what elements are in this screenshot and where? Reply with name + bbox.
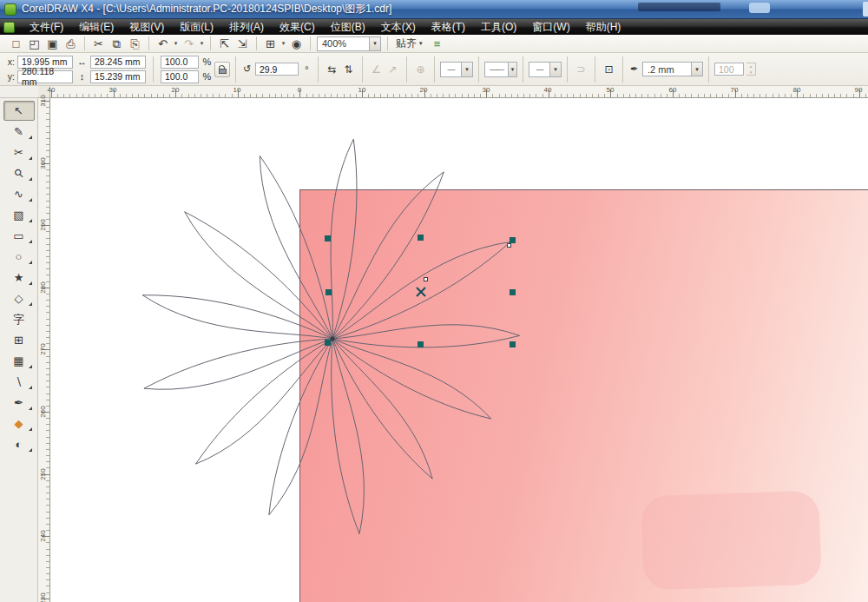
mirror-horizontal-button[interactable]: ⇆ <box>324 62 340 77</box>
snap-to-button[interactable]: 贴齐 ▾ <box>392 36 426 51</box>
zoom-level-combo[interactable]: 400% ▾ <box>317 36 381 51</box>
chevron-down-icon[interactable]: ▾ <box>369 37 380 50</box>
launcher-dropdown[interactable]: ▾ <box>279 36 287 51</box>
chevron-down-icon[interactable]: ▾ <box>691 63 702 76</box>
import-button[interactable]: ⇱ <box>215 36 233 51</box>
object-height-value: 15.239 mm <box>95 71 141 82</box>
outline-style-selector[interactable]: —— ▾ <box>484 62 517 77</box>
scale-y-field[interactable]: 100.0 <box>161 70 199 83</box>
start-arrowhead-selector[interactable]: — ▾ <box>440 62 473 77</box>
combine-button[interactable]: ⊕ <box>412 62 429 77</box>
flower-object[interactable] <box>50 98 868 602</box>
object-width-icon: ↔ <box>76 56 88 67</box>
tool-shape[interactable]: ✎ <box>3 122 35 142</box>
tool-rectangle[interactable]: ▭ <box>3 226 35 246</box>
propbar-separator <box>478 56 479 83</box>
outline-width-combo[interactable]: .2 mm ▾ <box>642 62 703 76</box>
menu-table[interactable]: 表格(T) <box>424 19 473 36</box>
tool-polygon[interactable]: ★ <box>3 268 35 288</box>
opacity-spinner-field[interactable]: 100 <box>714 63 744 76</box>
menu-edit[interactable]: 编辑(E) <box>71 19 122 36</box>
save-button[interactable]: ▣ <box>43 36 62 51</box>
menu-help[interactable]: 帮助(H) <box>578 19 629 36</box>
new-document-button[interactable]: □ <box>7 36 25 51</box>
vertical-ruler[interactable]: 310 300 290 280 270 260 250 240 230 <box>38 98 50 602</box>
convert-line-button[interactable]: ↗ <box>385 62 401 77</box>
outline-style-value: —— <box>485 65 508 74</box>
tool-ellipse[interactable]: ○ <box>3 247 35 267</box>
horizontal-ruler[interactable]: 40 30 20 10 0 10 20 30 40 50 60 70 80 90 <box>50 86 868 98</box>
tool-pick[interactable]: ↖ <box>3 101 35 121</box>
undo-dropdown[interactable]: ▾ <box>172 36 180 51</box>
lock-ratio-button[interactable] <box>214 62 230 77</box>
close-curve-button[interactable]: ⊃ <box>573 62 589 77</box>
tool-basic-shapes[interactable]: ◇ <box>3 288 35 308</box>
menu-file[interactable]: 文件(F) <box>22 19 71 36</box>
curve-node[interactable] <box>424 277 428 281</box>
tool-eyedropper[interactable]: ∖ <box>3 372 35 392</box>
menu-view[interactable]: 视图(V) <box>122 19 172 36</box>
chevron-down-icon[interactable]: ▾ <box>461 63 472 76</box>
hruler-label: 40 <box>539 86 556 94</box>
tool-smart-fill[interactable]: ▧ <box>3 205 35 225</box>
tool-freehand[interactable]: ∿ <box>3 184 35 204</box>
copy-button[interactable]: ⧉ <box>108 36 126 51</box>
selection-handle-middle-left[interactable] <box>326 289 332 295</box>
drawing-canvas[interactable] <box>50 98 868 602</box>
selection-handle-bottom-middle[interactable] <box>418 341 424 347</box>
redo-dropdown[interactable]: ▾ <box>198 36 206 51</box>
redo-icon: ↷ <box>184 38 194 50</box>
chevron-down-icon[interactable]: ▾ <box>419 40 423 47</box>
y-position-field[interactable]: 280.118 mm <box>17 70 73 83</box>
undo-icon: ↶ <box>158 38 168 50</box>
menu-window[interactable]: 窗口(W) <box>524 19 577 36</box>
welcome-screen-button[interactable]: ◉ <box>287 36 306 51</box>
object-width-field[interactable]: 28.245 mm <box>90 56 146 69</box>
open-button[interactable]: ◰ <box>25 36 43 51</box>
window-edge-sliver <box>863 2 868 17</box>
selection-center-x[interactable] <box>417 288 425 296</box>
curve-node[interactable] <box>507 243 511 248</box>
tool-fill[interactable]: ◆ <box>3 413 35 433</box>
spinner-buttons[interactable]: ▴ ▾ <box>746 63 756 76</box>
selection-handle-bottom-left[interactable] <box>325 340 331 346</box>
selection-handle-bottom-right[interactable] <box>510 341 516 347</box>
tool-text[interactable]: 字 <box>3 309 35 329</box>
export-button[interactable]: ⇲ <box>233 36 252 51</box>
tool-zoom[interactable]: ⚲ <box>3 163 35 183</box>
menu-tools[interactable]: 工具(O) <box>473 19 524 36</box>
selection-handle-top-left[interactable] <box>325 235 331 241</box>
paste-button[interactable]: ⎘ <box>126 36 144 51</box>
selection-handle-middle-right[interactable] <box>510 289 516 295</box>
rotation-angle-field[interactable]: 29.9 <box>255 63 299 76</box>
undo-button[interactable]: ↶ <box>154 36 172 51</box>
tool-table[interactable]: ⊞ <box>3 330 35 350</box>
tool-blend-3d[interactable]: ▦ <box>3 351 35 371</box>
selection-handle-top-middle[interactable] <box>418 235 424 241</box>
menu-layout[interactable]: 版面(L) <box>172 19 221 36</box>
selection-handle-top-right[interactable] <box>510 237 516 243</box>
redo-button[interactable]: ↷ <box>180 36 198 51</box>
spin-down-icon[interactable]: ▾ <box>746 69 755 76</box>
menu-bitmaps[interactable]: 位图(B) <box>323 19 373 36</box>
menu-arrange[interactable]: 排列(A) <box>221 19 272 36</box>
scale-x-field[interactable]: 100.0 <box>161 56 199 69</box>
menu-text[interactable]: 文本(X) <box>373 19 424 36</box>
tool-crop[interactable]: ✂ <box>3 142 35 162</box>
options-button[interactable]: ≡ <box>426 36 444 51</box>
object-height-field[interactable]: 15.239 mm <box>90 70 146 83</box>
chevron-down-icon[interactable]: ▾ <box>549 63 561 76</box>
application-launcher-button[interactable]: ⊞ <box>261 36 279 51</box>
mirror-vertical-button[interactable]: ⇅ <box>340 62 357 77</box>
menu-effects[interactable]: 效果(C) <box>272 19 323 36</box>
chevron-down-icon[interactable]: ▾ <box>508 63 516 76</box>
tool-interactive-fill[interactable]: ◐ <box>3 434 35 454</box>
curve-node-button[interactable]: ∠ <box>368 62 385 77</box>
rotation-angle-value: 29.9 <box>260 64 277 75</box>
wrap-text-button[interactable]: ⊡ <box>601 62 617 77</box>
end-arrowhead-selector[interactable]: — ▾ <box>529 62 562 77</box>
cut-button[interactable]: ✂ <box>89 36 108 51</box>
table-tool-icon: ⊞ <box>14 334 23 347</box>
print-button[interactable]: ⎙ <box>62 36 80 51</box>
tool-outline-pen[interactable]: ✒ <box>3 393 35 413</box>
